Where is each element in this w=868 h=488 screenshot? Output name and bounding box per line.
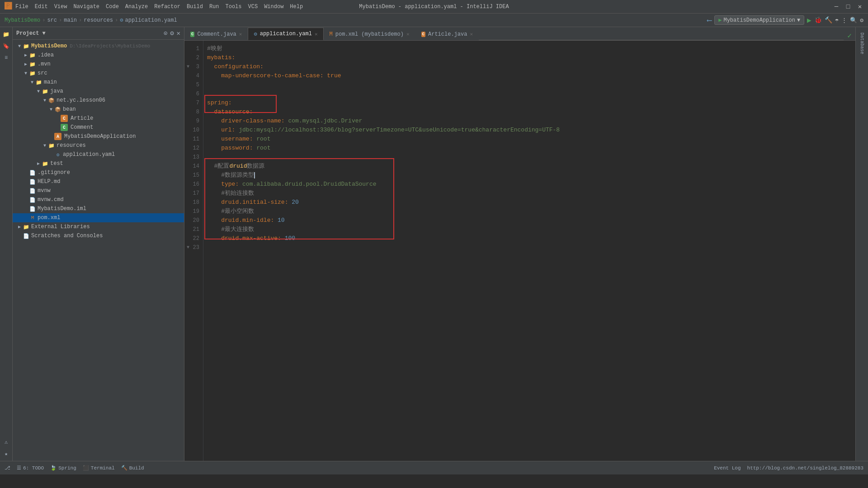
tree-item-resources[interactable]: ▼ 📁 resources [13, 141, 184, 150]
code-line-15[interactable]: #数据源类型 [207, 171, 855, 180]
run-config-selector[interactable]: ▶ MybatisDemoApplication ▼ [714, 15, 804, 25]
status-terminal[interactable]: ⬛ Terminal [83, 465, 115, 471]
tree-item-java[interactable]: ▼ 📁 java [13, 87, 184, 96]
code-line-18[interactable]: druid.initial-size: 20 [207, 198, 855, 207]
close-button[interactable]: ✕ [856, 3, 863, 10]
tab-comment-close[interactable]: ✕ [239, 31, 242, 37]
build-button[interactable]: 🔨 [825, 16, 832, 24]
menu-file[interactable]: File [15, 4, 28, 10]
panel-sync-icon[interactable]: ⊙ [164, 29, 167, 37]
more-run-options[interactable]: ⋮ [841, 17, 847, 24]
breadcrumb-project[interactable]: MybatisDemo [5, 17, 40, 23]
problems-icon[interactable]: ⚠ [1, 436, 12, 447]
menu-code[interactable]: Code [106, 4, 119, 10]
tree-item-article[interactable]: C Article [13, 114, 184, 123]
tree-item-external-libs[interactable]: ▶ 📁 External Libraries [13, 222, 184, 231]
menu-run[interactable]: Run [209, 4, 219, 10]
navigate-back-icon[interactable]: ⟵ [708, 16, 712, 25]
tree-item-yaml[interactable]: ⚙ application.yaml [13, 150, 184, 159]
tab-article[interactable]: C Article.java ✕ [415, 28, 479, 40]
code-line-9[interactable]: driver-class-name: com.mysql.jdbc.Driver [207, 117, 855, 126]
code-line-13[interactable] [207, 153, 855, 162]
code-line-20[interactable]: druid.min-idle: 10 [207, 216, 855, 225]
breadcrumb-yaml[interactable]: application.yaml [125, 17, 177, 23]
code-line-2[interactable]: mybatis: [207, 53, 855, 62]
breadcrumb-resources[interactable]: resources [84, 17, 113, 23]
tree-item-comment[interactable]: C Comment [13, 123, 184, 132]
tree-item-scratches[interactable]: 📄 Scratches and Consoles [13, 231, 184, 240]
tree-item-mvn[interactable]: ▶ 📁 .mvn [13, 60, 184, 69]
panel-settings-icon[interactable]: ⚙ [170, 29, 174, 37]
menu-bar[interactable]: File Edit View Navigate Code Analyze Ref… [15, 4, 303, 10]
tab-pom[interactable]: M pom.xml (mybatisdemo) ✕ [324, 28, 415, 40]
status-spring[interactable]: 🍃 Spring [50, 465, 76, 471]
code-line-16[interactable]: type: com.alibaba.druid.pool.DruidDataSo… [207, 180, 855, 189]
code-line-14[interactable]: #配置druid数据源 [207, 162, 855, 171]
tab-yaml-close[interactable]: ✕ [315, 31, 318, 37]
code-line-22[interactable]: druid.max-active: 100 [207, 234, 855, 243]
code-line-11[interactable]: username: root [207, 135, 855, 144]
coverage-button[interactable]: ☂ [835, 16, 839, 24]
code-line-19[interactable]: #最小空闲数 [207, 207, 855, 216]
tree-item-test[interactable]: ▶ 📁 test [13, 159, 184, 168]
menu-view[interactable]: View [54, 4, 67, 10]
tree-item-iml[interactable]: 📄 MybatisDemo.iml [13, 204, 184, 213]
menu-navigate[interactable]: Navigate [73, 4, 99, 10]
tree-item-mybatisdemo[interactable]: ▼ 📁 MybatisDemo D:\IdeaProjects\MybatisD… [13, 42, 184, 51]
tab-comment[interactable]: C Comment.java ✕ [184, 28, 248, 40]
panel-actions[interactable]: ⊙ ⚙ ✕ [164, 29, 180, 37]
code-line-8[interactable]: datasource: [207, 108, 855, 117]
search-everywhere[interactable]: 🔍 [850, 17, 857, 24]
breadcrumb-src[interactable]: src [47, 17, 57, 23]
maximize-button[interactable]: □ [844, 3, 852, 10]
tree-item-package[interactable]: ▼ 📦 net.yc.lesson06 [13, 96, 184, 105]
code-line-10[interactable]: url: jdbc:mysql://localhost:3306/blog?se… [207, 126, 855, 135]
minimize-button[interactable]: ─ [833, 3, 840, 10]
status-event-log[interactable]: Event Log [714, 465, 741, 471]
menu-tools[interactable]: Tools [226, 4, 242, 10]
menu-build[interactable]: Build [187, 4, 203, 10]
code-line-17[interactable]: #初始连接数 [207, 189, 855, 198]
status-todo[interactable]: ☰ 6: TODO [17, 465, 44, 471]
menu-help[interactable]: Help [290, 4, 303, 10]
code-line-21[interactable]: #最大连接数 [207, 225, 855, 234]
code-line-3[interactable]: configuration: [207, 62, 855, 71]
code-line-12[interactable]: password: root [207, 144, 855, 153]
run-button[interactable]: ▶ [807, 16, 811, 25]
tree-item-pom[interactable]: M pom.xml [13, 213, 184, 222]
tree-item-mvnwcmd[interactable]: 📄 mvnw.cmd [13, 195, 184, 204]
menu-edit[interactable]: Edit [35, 4, 48, 10]
menu-analyze[interactable]: Analyze [125, 4, 148, 10]
tree-item-mvnw[interactable]: 📄 mvnw [13, 186, 184, 195]
tree-item-bean[interactable]: ▼ 📦 bean [13, 105, 184, 114]
menu-refactor[interactable]: Refactor [154, 4, 180, 10]
run-config-arrow[interactable]: ▼ [797, 17, 800, 23]
structure-icon[interactable]: ≡ [1, 52, 12, 63]
tree-item-help[interactable]: 📄 HELP.md [13, 177, 184, 186]
tree-item-main[interactable]: ▼ 📁 main [13, 78, 184, 87]
bookmark-icon[interactable]: 🔖 [1, 41, 12, 52]
panel-close-icon[interactable]: ✕ [177, 29, 180, 37]
settings-button[interactable]: ⚙ [860, 17, 863, 24]
database-icon[interactable]: Database [857, 31, 868, 56]
project-icon[interactable]: 📁 [1, 29, 12, 40]
favorites-icon[interactable]: ★ [1, 448, 12, 459]
code-content[interactable]: #映射 mybatis: configuration: map-undersco… [203, 41, 855, 461]
code-line-23[interactable] [207, 243, 855, 252]
code-line-6[interactable] [207, 89, 855, 99]
code-line-4[interactable]: map-underscore-to-camel-case: true [207, 71, 855, 80]
tab-article-close[interactable]: ✕ [470, 31, 473, 37]
debug-button[interactable]: 🐞 [814, 16, 822, 24]
status-build[interactable]: 🔨 Build [121, 465, 144, 471]
code-line-5[interactable] [207, 80, 855, 89]
tab-yaml[interactable]: ⚙ application.yaml ✕ [248, 28, 323, 40]
menu-vcs[interactable]: VCS [248, 4, 258, 10]
tree-item-src[interactable]: ▼ 📁 src [13, 69, 184, 78]
breadcrumb-main[interactable]: main [64, 17, 77, 23]
tree-item-gitignore[interactable]: 📄 .gitignore [13, 168, 184, 177]
status-git[interactable]: ⎇ [5, 465, 10, 471]
tree-item-idea[interactable]: ▶ 📁 .idea [13, 51, 184, 60]
run-controls[interactable]: ⟵ ▶ MybatisDemoApplication ▼ ▶ 🐞 🔨 ☂ ⋮ 🔍… [708, 15, 863, 25]
code-line-7[interactable]: spring: [207, 99, 855, 108]
window-controls[interactable]: ─ □ ✕ [833, 3, 863, 10]
